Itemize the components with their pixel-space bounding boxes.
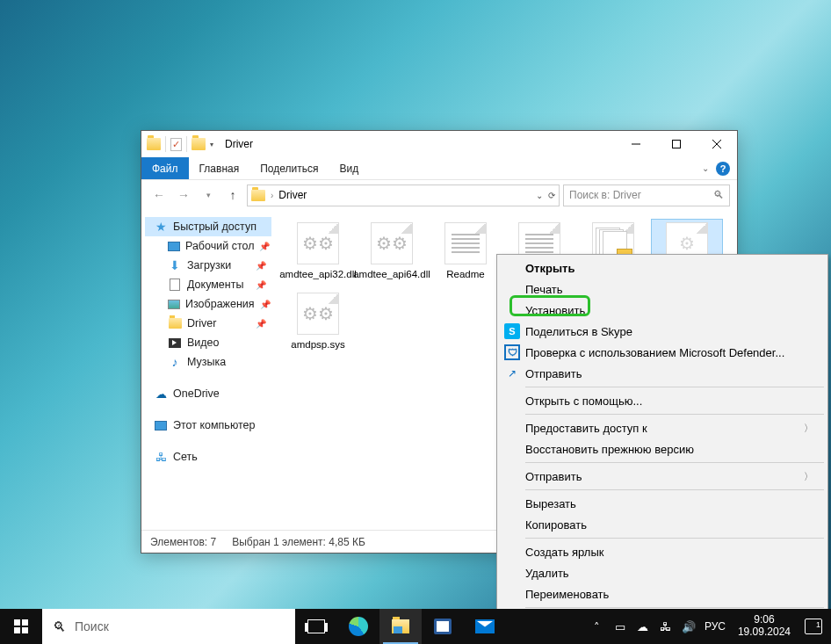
- separator: [525, 489, 824, 490]
- desktop-icon: [168, 242, 180, 251]
- sidebar-item-music[interactable]: ♪Музыка: [145, 352, 271, 372]
- tray-onedrive-icon[interactable]: ☁: [636, 619, 650, 633]
- ctx-grant-access[interactable]: Предоставить доступ к〉: [499, 417, 826, 438]
- file-item[interactable]: ⚙⚙amdtee_api32.dll: [282, 219, 354, 284]
- address-input[interactable]: › Driver ⌄ ⟳: [247, 185, 560, 206]
- search-placeholder: Поиск в: Driver: [569, 189, 641, 201]
- sidebar-item-videos[interactable]: Видео: [145, 333, 271, 352]
- pin-icon: 📌: [256, 280, 266, 290]
- tray-volume-icon[interactable]: 🔊: [682, 619, 696, 633]
- explorer-icon: [392, 619, 409, 633]
- file-item[interactable]: Readme: [430, 219, 502, 284]
- nav-recent-dropdown[interactable]: ▾: [198, 185, 219, 206]
- taskbar-explorer[interactable]: [379, 609, 422, 644]
- ctx-cut[interactable]: Вырезать: [499, 493, 826, 514]
- folder-icon: [251, 190, 265, 201]
- tab-share[interactable]: Поделиться: [249, 157, 329, 179]
- titlebar[interactable]: ✓ ▾ Driver: [141, 131, 737, 157]
- help-icon[interactable]: ?: [716, 162, 730, 176]
- windows-icon: [14, 619, 28, 633]
- shield-icon: 🛡: [504, 344, 520, 360]
- ribbon-expand-icon[interactable]: ⌄: [702, 163, 709, 173]
- tab-file[interactable]: Файл: [141, 157, 189, 179]
- task-view-button[interactable]: [295, 609, 337, 644]
- skype-icon: S: [504, 323, 520, 339]
- ctx-open[interactable]: Открыть: [499, 257, 826, 279]
- tray-clock[interactable]: 9:06 19.09.2024: [738, 614, 791, 639]
- sidebar-item-onedrive[interactable]: ☁OneDrive: [145, 384, 271, 403]
- network-icon: 🖧: [154, 450, 168, 464]
- address-dropdown-icon[interactable]: ⌄: [536, 191, 543, 200]
- folder-icon: [147, 138, 161, 150]
- minimize-button[interactable]: [616, 131, 656, 157]
- tray-network-icon[interactable]: 🖧: [659, 619, 673, 633]
- sidebar-item-downloads[interactable]: ⬇Загрузки📌: [145, 256, 271, 275]
- folder-icon: [169, 318, 182, 329]
- sidebar-item-this-pc[interactable]: Этот компьютер: [145, 416, 271, 435]
- start-button[interactable]: [0, 609, 42, 644]
- chevron-right-icon: 〉: [804, 422, 813, 435]
- text-file-icon: [444, 222, 487, 264]
- qat-dropdown-icon[interactable]: ▾: [207, 135, 216, 153]
- refresh-icon[interactable]: ⟳: [548, 191, 555, 200]
- action-center-icon[interactable]: [805, 619, 822, 634]
- chevron-right-icon[interactable]: ›: [271, 191, 273, 200]
- tray-meet-now-icon[interactable]: ▭: [613, 619, 627, 633]
- share-icon: ↗: [504, 365, 520, 381]
- nav-up-button[interactable]: ↑: [222, 185, 243, 206]
- taskbar-mail[interactable]: [464, 609, 506, 644]
- separator: [525, 387, 824, 387]
- separator: [525, 414, 824, 415]
- file-item[interactable]: ⚙⚙amdtee_api64.dll: [356, 219, 428, 284]
- maximize-button[interactable]: [656, 131, 697, 157]
- ctx-print[interactable]: Печать: [499, 279, 826, 300]
- ctx-send-to[interactable]: Отправить〉: [499, 466, 826, 487]
- ctx-skype[interactable]: SПоделиться в Skype: [499, 321, 826, 342]
- search-icon: 🔍︎: [53, 619, 66, 634]
- search-icon[interactable]: 🔍︎: [713, 189, 724, 201]
- ctx-copy[interactable]: Копировать: [499, 514, 826, 535]
- desktop: ✓ ▾ Driver Файл Главная Поделиться Вид ⌄…: [0, 0, 831, 644]
- nav-back-button[interactable]: ←: [148, 185, 170, 206]
- sidebar-item-driver[interactable]: Driver📌: [145, 314, 271, 333]
- file-item[interactable]: ⚙⚙amdpsp.sys: [282, 289, 354, 354]
- nav-forward-button[interactable]: →: [173, 185, 194, 206]
- sidebar-item-pictures[interactable]: Изображения📌: [145, 294, 271, 314]
- window-title: Driver: [225, 138, 253, 150]
- pin-icon: 📌: [259, 242, 270, 251]
- ctx-rename[interactable]: Переименовать: [499, 583, 826, 604]
- sidebar-item-quick-access[interactable]: ★Быстрый доступ: [145, 217, 271, 236]
- pin-icon: 📌: [256, 319, 266, 329]
- search-input[interactable]: Поиск в: Driver 🔍︎: [563, 185, 730, 206]
- sidebar-item-desktop[interactable]: Рабочий стол📌: [145, 236, 271, 256]
- tab-view[interactable]: Вид: [329, 157, 369, 179]
- taskbar-search[interactable]: 🔍︎Поиск: [42, 609, 295, 644]
- separator: [165, 136, 166, 152]
- tab-home[interactable]: Главная: [189, 157, 250, 179]
- tray-language[interactable]: РУС: [705, 620, 726, 633]
- ctx-open-with[interactable]: Открыть с помощью...: [499, 390, 826, 411]
- sidebar-item-network[interactable]: 🖧Сеть: [145, 447, 271, 467]
- system-tray: ˄ ▭ ☁ 🖧 🔊 РУС 9:06 19.09.2024: [590, 609, 831, 644]
- separator: [525, 462, 824, 463]
- ctx-delete[interactable]: Удалить: [499, 562, 826, 583]
- ctx-install[interactable]: Установить: [499, 300, 826, 321]
- item-count: Элементов: 7: [150, 536, 216, 548]
- ctx-share[interactable]: ↗Отправить: [499, 363, 826, 384]
- ctx-restore-version[interactable]: Восстановить прежнюю версию: [499, 438, 826, 459]
- svg-rect-1: [673, 141, 681, 148]
- qat-checkbox-icon[interactable]: ✓: [170, 138, 182, 151]
- taskbar-store[interactable]: [422, 609, 464, 644]
- address-segment[interactable]: Driver: [278, 189, 307, 201]
- tray-chevron-up-icon[interactable]: ˄: [590, 619, 604, 633]
- sidebar-item-documents[interactable]: Документы📌: [145, 275, 271, 294]
- taskbar-edge[interactable]: [337, 609, 379, 644]
- close-button[interactable]: [697, 131, 737, 157]
- taskbar: 🔍︎Поиск ˄ ▭ ☁ 🖧 🔊 РУС 9:06 19.09.2024: [0, 609, 831, 644]
- separator: [525, 607, 824, 608]
- music-icon: ♪: [168, 355, 182, 369]
- cloud-icon: ☁: [154, 387, 168, 401]
- ctx-defender[interactable]: 🛡Проверка с использованием Microsoft Def…: [499, 342, 826, 363]
- document-icon: [170, 279, 180, 291]
- ctx-create-shortcut[interactable]: Создать ярлык: [499, 541, 826, 562]
